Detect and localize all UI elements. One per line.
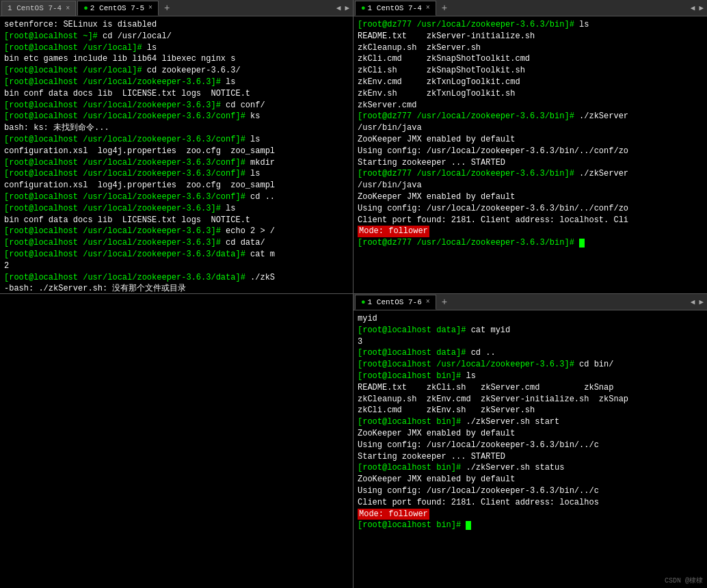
left-pane: 1 CentOS 7-4 × ● 2 CentOS 7-5 × + ◀ ▶ se…: [0, 0, 354, 293]
right-top-tab-1[interactable]: ● 1 CentOS 7-4 ×: [355, 1, 436, 16]
line: ZooKeeper JMX enabled by default: [358, 474, 703, 485]
line: Using config: /usr/local/zookeeper-3.6.3…: [358, 203, 703, 215]
add-tab-button-rt[interactable]: +: [438, 1, 451, 15]
line: README.txt zkServer-initialize.sh: [358, 31, 703, 42]
line: Using config: /usr/local/zookeeper-3.6.3…: [358, 146, 703, 157]
line: [root@localhost /usr/local/zookeeper-3.6…: [4, 226, 349, 237]
line: -bash: ./zkServer.sh: 没有那个文件或目录: [4, 283, 349, 293]
active-tab-dot: ●: [361, 4, 366, 12]
line: [root@localhost /usr/local/zookeeper-3.6…: [4, 100, 349, 111]
left-tab-bar: 1 CentOS 7-4 × ● 2 CentOS 7-5 × + ◀ ▶: [0, 0, 353, 16]
client-port-line-rb: Client port found: 2181. Client address:…: [358, 497, 703, 509]
line: [root@localhost /usr/local/zookeeper-3.6…: [4, 191, 349, 203]
line: 2: [4, 260, 349, 272]
line: 3: [358, 336, 703, 348]
left-tab-2[interactable]: ● 2 CentOS 7-5 ×: [77, 1, 159, 16]
line: Using config: /usr/local/zookeeper-3.6.3…: [358, 485, 703, 497]
line: zkCli.sh zkSnapShotToolkit.sh: [358, 65, 703, 77]
bottom-left-pane: [0, 294, 354, 588]
line: [root@dz777 /usr/local/zookeeper-3.6.3/b…: [358, 111, 703, 122]
line: [root@localhost /usr/local/zookeeper-3.6…: [358, 359, 703, 371]
line: /usr/bin/java: [358, 122, 703, 134]
line: [root@localhost /usr/local/zookeeper-3.6…: [4, 203, 349, 215]
tab-label: 1 CentOS 7-6: [368, 298, 422, 306]
line: zkCli.cmd zkSnapShotToolkit.cmd: [358, 53, 703, 65]
right-top-tab-bar: ● 1 CentOS 7-4 × + ◀ ▶: [354, 0, 707, 16]
line: [root@dz777 /usr/local/zookeeper-3.6.3/b…: [358, 19, 703, 31]
nav-next[interactable]: ▶: [343, 3, 351, 12]
close-icon[interactable]: ×: [66, 5, 70, 12]
line: ZooKeeper JMX enabled by default: [358, 134, 703, 146]
line: setenforce: SELinux is disabled: [4, 19, 349, 31]
right-bottom-tab-nav: ◀ ▶: [689, 297, 706, 306]
add-tab-button[interactable]: +: [160, 1, 174, 15]
tab-label: 1 CentOS 7-4: [8, 4, 62, 12]
line: [root@localhost /usr/local/zookeeper-3.6…: [4, 157, 349, 169]
line: zkServer.cmd: [358, 100, 703, 111]
line: [root@localhost /usr/local/zookeeper-3.6…: [4, 249, 349, 260]
right-bottom-terminal-content: myid [root@localhost data]# cat myid 3 […: [354, 310, 707, 588]
line: configuration.xsl log4j.properties zoo.c…: [4, 146, 349, 157]
line: Starting zookeeper ... STARTED: [358, 451, 703, 463]
line: bin etc games include lib lib64 libexec …: [4, 53, 349, 65]
left-terminal-content: setenforce: SELinux is disabled [root@lo…: [0, 16, 353, 293]
line: [root@localhost /usr/local/zookeeper-3.6…: [4, 168, 349, 180]
client-port-line-rt: Client port found: 2181. Client address:…: [358, 215, 703, 226]
nav-prev[interactable]: ◀: [689, 3, 697, 12]
line: [root@dz777 /usr/local/zookeeper-3.6.3/b…: [358, 168, 703, 180]
prompt-line-rb: [root@localhost bin]#: [358, 520, 703, 531]
line: zkCli.cmd zkEnv.sh zkServer.sh: [358, 405, 703, 416]
nav-prev[interactable]: ◀: [334, 3, 343, 12]
line: Using config: /usr/local/zookeeper-3.6.3…: [358, 440, 703, 451]
watermark: CSDN @棣棣: [665, 576, 703, 585]
right-bottom-tab-1[interactable]: ● 1 CentOS 7-6 ×: [355, 295, 436, 310]
line: ZooKeeper JMX enabled by default: [358, 428, 703, 440]
right-top-pane: ● 1 CentOS 7-4 × + ◀ ▶ [root@dz777 /usr/…: [354, 0, 707, 293]
line: [root@localhost bin]# ./zkServer.sh star…: [358, 416, 703, 428]
nav-prev[interactable]: ◀: [689, 297, 697, 306]
line: Starting zookeeper ... STARTED: [358, 157, 703, 169]
left-tab-nav: ◀ ▶: [334, 3, 351, 12]
line: [root@localhost /usr/local/zookeeper-3.6…: [4, 272, 349, 284]
right-top-terminal-content: [root@dz777 /usr/local/zookeeper-3.6.3/b…: [354, 16, 707, 293]
nav-next[interactable]: ▶: [697, 297, 706, 306]
line: zkCleanup.sh zkServer.sh: [358, 42, 703, 54]
close-icon[interactable]: ×: [426, 298, 430, 306]
nav-next[interactable]: ▶: [697, 3, 706, 12]
line: zkEnv.cmd zkTxnLogToolkit.cmd: [358, 77, 703, 88]
line: myid: [358, 313, 703, 325]
mode-follower-line-rb: Mode: follower: [358, 509, 703, 520]
tab-label: 1 CentOS 7-4: [368, 4, 422, 12]
tab-label: 2 CentOS 7-5: [90, 4, 144, 12]
line: README.txt zkCli.sh zkServer.cmd zkSnap: [358, 382, 703, 394]
line: [root@localhost data]# cd ..: [358, 347, 703, 359]
line: /usr/bin/java: [358, 180, 703, 191]
right-top-tab-nav: ◀ ▶: [689, 3, 706, 12]
left-tab-1[interactable]: 1 CentOS 7-4 ×: [1, 1, 76, 16]
active-tab-dot: ●: [361, 298, 366, 306]
line: [root@localhost bin]# ls: [358, 371, 703, 382]
right-bottom-tab-bar: ● 1 CentOS 7-6 × + ◀ ▶: [354, 294, 707, 310]
line: [root@localhost /usr/local]# cd zookeepe…: [4, 65, 349, 77]
line: [root@localhost ~]# cd /usr/local/: [4, 31, 349, 42]
line: bin conf data docs lib LICENSE.txt logs …: [4, 215, 349, 226]
line: [root@localhost /usr/local/zookeeper-3.6…: [4, 134, 349, 146]
line: zkEnv.sh zkTxnLogToolkit.sh: [358, 88, 703, 100]
line: bash: ks: 未找到命令...: [4, 122, 349, 134]
line: [root@localhost /usr/local/zookeeper-3.6…: [4, 111, 349, 122]
line: [root@localhost /usr/local/zookeeper-3.6…: [4, 237, 349, 249]
line: [root@localhost /usr/local]# ls: [4, 42, 349, 54]
line: [root@localhost data]# cat myid: [358, 325, 703, 336]
line: bin conf data docs lib LICENSE.txt logs …: [4, 88, 349, 100]
mode-follower-line-rt: Mode: follower: [358, 226, 703, 237]
add-tab-button-rb[interactable]: +: [438, 295, 451, 309]
line: configuration.xsl log4j.properties zoo.c…: [4, 180, 349, 191]
close-icon[interactable]: ×: [426, 4, 430, 12]
line: ZooKeeper JMX enabled by default: [358, 191, 703, 203]
line: zkCleanup.sh zkEnv.cmd zkServer-initiali…: [358, 394, 703, 405]
right-bottom-pane: ● 1 CentOS 7-6 × + ◀ ▶ myid [root@localh…: [354, 294, 707, 588]
line: [root@localhost bin]# ./zkServer.sh stat…: [358, 462, 703, 474]
line: [root@localhost /usr/local/zookeeper-3.6…: [4, 77, 349, 88]
prompt-line-rt: [root@dz777 /usr/local/zookeeper-3.6.3/b…: [358, 237, 703, 249]
close-icon[interactable]: ×: [148, 4, 152, 12]
